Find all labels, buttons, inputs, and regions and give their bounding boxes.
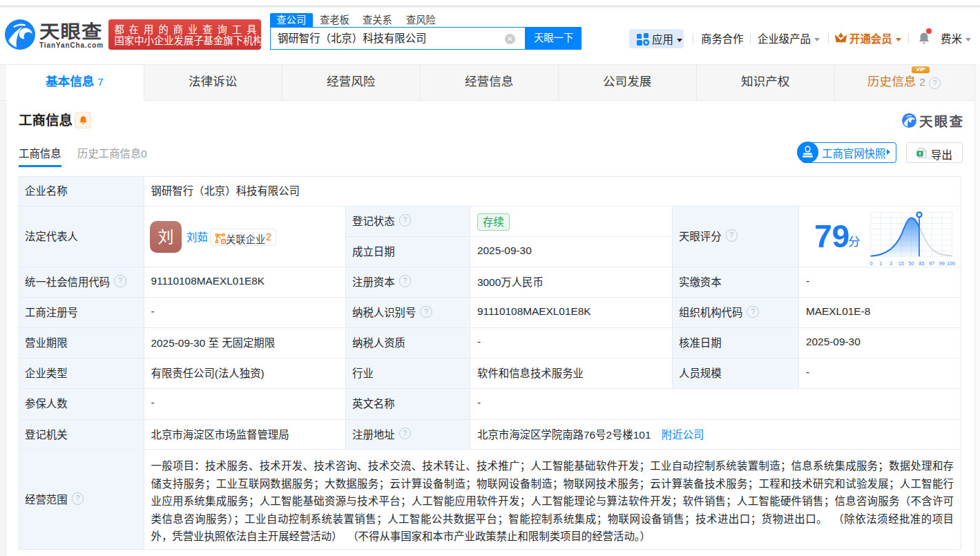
svg-text:0: 0 bbox=[870, 260, 873, 267]
svg-text:97: 97 bbox=[929, 260, 934, 267]
svg-text:50: 50 bbox=[909, 260, 914, 267]
svg-text:15: 15 bbox=[899, 260, 904, 267]
svg-text:100: 100 bbox=[947, 260, 955, 267]
svg-text:1: 1 bbox=[879, 260, 882, 267]
svg-text:85: 85 bbox=[919, 260, 924, 267]
svg-text:X: X bbox=[919, 151, 922, 156]
svg-text:3: 3 bbox=[890, 260, 892, 267]
svg-text:99: 99 bbox=[939, 260, 945, 267]
